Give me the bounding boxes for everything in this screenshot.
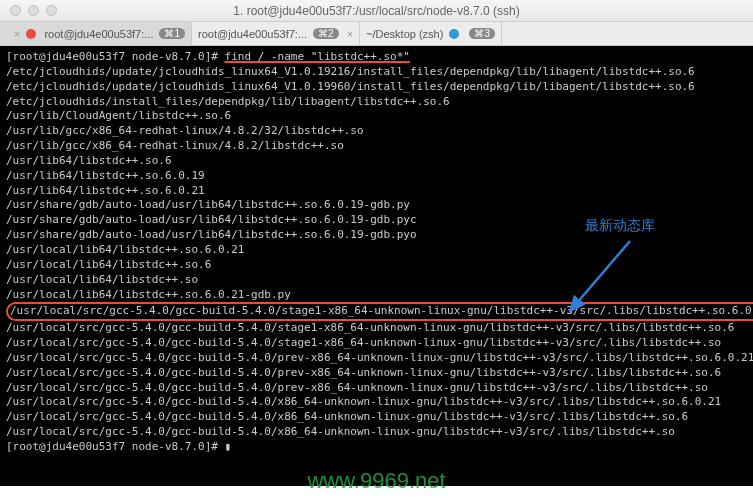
annotation-label: 最新动态库 xyxy=(585,216,655,235)
close-icon[interactable]: × xyxy=(347,28,353,40)
tab-2[interactable]: root@jdu4e00u53f7:... ⌘2 × xyxy=(192,22,360,45)
command-text: find / -name "libstdc++.so*" xyxy=(225,50,410,63)
svg-line-0 xyxy=(570,241,630,311)
shortcut-pill: ⌘1 xyxy=(159,28,185,39)
close-icon[interactable]: × xyxy=(14,28,20,40)
output-line: /usr/local/src/gcc-5.4.0/gcc-build-5.4.0… xyxy=(6,381,747,396)
output-line: /etc/jcloudhids/install_files/dependpkg/… xyxy=(6,95,747,110)
tab-3[interactable]: ~/Desktop (zsh) ⌘3 xyxy=(360,22,502,45)
output-line: /usr/lib64/libstdc++.so.6.0.19 xyxy=(6,169,747,184)
prompt-line: [root@jdu4e00u53f7 node-v8.7.0]# find / … xyxy=(6,50,747,65)
output-line: /usr/local/src/gcc-5.4.0/gcc-build-5.4.0… xyxy=(6,336,747,351)
window-title: 1. root@jdu4e00u53f7:/usr/local/src/node… xyxy=(0,4,753,18)
output-line: /usr/local/src/gcc-5.4.0/gcc-build-5.4.0… xyxy=(6,410,747,425)
output-line: /usr/local/src/gcc-5.4.0/gcc-build-5.4.0… xyxy=(6,395,747,410)
output-line: /etc/jcloudhids/update/jcloudhids_linux6… xyxy=(6,80,747,95)
output-line: /usr/share/gdb/auto-load/usr/lib64/libst… xyxy=(6,198,747,213)
tab-label: root@jdu4e00u53f7:... xyxy=(198,28,307,40)
shortcut-pill: ⌘2 xyxy=(313,28,339,39)
output-line: /usr/lib64/libstdc++.so.6 xyxy=(6,154,747,169)
output-line: /etc/jcloudhids/update/jcloudhids_linux6… xyxy=(6,65,747,80)
titlebar: 1. root@jdu4e00u53f7:/usr/local/src/node… xyxy=(0,0,753,22)
tab-label: root@jdu4e00u53f7:... xyxy=(44,28,153,40)
prompt-line: [root@jdu4e00u53f7 node-v8.7.0]# ▮ xyxy=(6,440,747,455)
arrow-icon xyxy=(560,236,650,326)
terminal-area[interactable]: [root@jdu4e00u53f7 node-v8.7.0]# find / … xyxy=(0,46,753,486)
red-badge-icon xyxy=(26,29,36,39)
shortcut-pill: ⌘3 xyxy=(469,28,495,39)
output-line: /usr/local/src/gcc-5.4.0/gcc-build-5.4.0… xyxy=(6,351,747,366)
tab-1[interactable]: × root@jdu4e00u53f7:... ⌘1 xyxy=(0,22,192,45)
output-line: /usr/local/src/gcc-5.4.0/gcc-build-5.4.0… xyxy=(6,366,747,381)
tab-label: ~/Desktop (zsh) xyxy=(366,28,443,40)
output-line: /usr/local/src/gcc-5.4.0/gcc-build-5.4.0… xyxy=(6,425,747,440)
blue-dot-icon xyxy=(449,29,459,39)
output-line: /usr/lib/gcc/x86_64-redhat-linux/4.8.2/l… xyxy=(6,139,747,154)
output-line: /usr/lib/gcc/x86_64-redhat-linux/4.8.2/3… xyxy=(6,124,747,139)
output-line: /usr/lib64/libstdc++.so.6.0.21 xyxy=(6,184,747,199)
tab-bar: × root@jdu4e00u53f7:... ⌘1 root@jdu4e00u… xyxy=(0,22,753,46)
output-line: /usr/lib/CloudAgent/libstdc++.so.6 xyxy=(6,109,747,124)
